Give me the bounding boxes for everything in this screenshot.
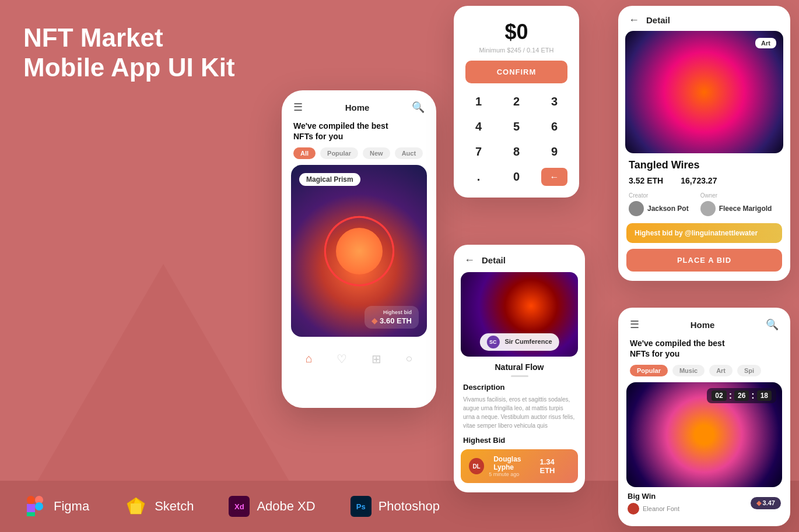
key-dot[interactable]: .: [465, 168, 492, 186]
detail-right-header: ← Detail: [618, 6, 790, 31]
key-7[interactable]: 7: [465, 143, 492, 161]
svg-point-2: [35, 502, 43, 510]
tab-auct[interactable]: Auct: [395, 147, 423, 159]
svg-rect-5: [27, 512, 35, 516]
bid-row: DL Douglas Lyphe 5 minute ago 1.34 ETH: [461, 449, 578, 483]
creator-row: Creator Jackson Pot Owner Fleece Marigol…: [618, 192, 790, 216]
key-2[interactable]: 2: [503, 93, 530, 111]
small-card-row: Big Win Eleanor Font ◆ 3.47: [618, 492, 790, 515]
bid-label: Highest bid: [372, 309, 412, 315]
phone-br-header: ☰ Home 🔍: [618, 308, 790, 336]
search-br-icon[interactable]: 🔍: [766, 318, 779, 331]
art-badge: Art: [755, 38, 776, 48]
artwork-galaxy: [625, 31, 783, 153]
creator-name: Jackson Pot: [647, 205, 689, 213]
phone-main-header: ☰ Home 🔍: [282, 90, 436, 118]
tool-adobexd: Xd Adobe XD: [229, 496, 315, 517]
tool-photoshop: Ps Photoshop: [351, 496, 440, 517]
nav-profile[interactable]: ○: [405, 352, 412, 366]
adobexd-icon: Xd: [229, 496, 250, 517]
key-backspace[interactable]: ←: [541, 168, 567, 186]
phone-main-title: Home: [345, 103, 370, 112]
phone-main-tabs: All Popular New Auct: [282, 147, 436, 165]
bid-value: ◆ 3.60 ETH: [372, 316, 412, 325]
photoshop-icon: Ps: [351, 496, 372, 517]
detail-mid-name: Natural Flow: [454, 362, 585, 372]
key-5[interactable]: 5: [503, 118, 530, 136]
eth-row: 3.52 ETH 16,723.27: [618, 176, 790, 185]
bid-time: 5 minute ago: [489, 471, 539, 477]
tab-popular[interactable]: Popular: [320, 147, 358, 159]
creator-avatar: [629, 201, 644, 216]
eth-icon: ◆: [372, 316, 377, 325]
timer-m: 26: [734, 390, 749, 401]
small-avatar: [628, 503, 639, 515]
tab-br-popular[interactable]: Popular: [630, 365, 668, 376]
tab-br-art[interactable]: Art: [709, 365, 733, 376]
tab-br-spi[interactable]: Spi: [737, 365, 761, 376]
bid-name: Douglas Lyphe: [493, 455, 539, 471]
creator-label: Creator: [629, 192, 689, 199]
desc-text: Vivamus facilisis, eros et sagittis soda…: [454, 395, 585, 430]
key-0[interactable]: 0: [503, 168, 530, 186]
tab-all[interactable]: All: [293, 147, 316, 159]
owner-label: Owner: [700, 192, 772, 199]
nav-home[interactable]: ⌂: [306, 352, 313, 366]
svg-rect-4: [27, 504, 35, 512]
timer-s: 18: [757, 390, 772, 401]
key-9[interactable]: 9: [541, 143, 567, 161]
detail-mid-title: Detail: [482, 255, 506, 265]
back-arrow-icon[interactable]: ←: [464, 254, 475, 266]
bg-decoration: [35, 264, 292, 485]
creator-item: Creator Jackson Pot: [629, 192, 689, 216]
search-icon[interactable]: 🔍: [412, 101, 425, 114]
key-6[interactable]: 6: [541, 118, 567, 136]
photoshop-label: Photoshop: [379, 499, 440, 514]
hamburger-icon[interactable]: ☰: [293, 101, 303, 114]
small-card-left: Big Win Eleanor Font: [628, 492, 679, 515]
phone-main-subtitle: We've compiled the bestNFTs for you: [282, 118, 436, 147]
sketch-label: Sketch: [155, 499, 194, 514]
phone-bottom-right: ☰ Home 🔍 We've compiled the bestNFTs for…: [618, 308, 790, 526]
key-3[interactable]: 3: [541, 93, 567, 111]
sc-avatar: SC: [486, 336, 499, 348]
bid-avatar: DL: [469, 458, 484, 474]
numpad-panel: $0 Minimum $245 / 0.14 ETH CONFIRM 1 2 3…: [454, 6, 579, 198]
small-eth-badge: ◆ 3.47: [751, 497, 781, 509]
key-4[interactable]: 4: [465, 118, 492, 136]
detail-mid-image: SC Sir Cumference: [461, 272, 578, 357]
phone-br-subtitle: We've compiled the bestNFTs for you: [618, 336, 790, 365]
highest-bid-bar: Highest bid by @linguinatnettlewater: [626, 223, 782, 243]
phone-main: ☰ Home 🔍 We've compiled the bestNFTs for…: [282, 90, 436, 408]
detail-panel-right: ← Detail Art Tangled Wires 3.52 ETH 16,7…: [618, 6, 790, 281]
phone-br-tabs: Popular Music Art Spi: [618, 365, 790, 382]
detail-right-title: Detail: [646, 15, 670, 25]
sketch-icon: [124, 495, 148, 518]
place-bid-button[interactable]: PLACE A BID: [626, 249, 782, 272]
small-creator-row: Eleanor Font: [628, 503, 679, 515]
timer-badge: 02 : 26 : 18: [707, 388, 776, 403]
nav-cart[interactable]: ⊞: [372, 352, 381, 366]
phone-br-card: 02 : 26 : 18: [626, 382, 782, 487]
figma-label: Figma: [54, 499, 89, 514]
desc-title: Description: [454, 383, 585, 392]
hamburger-br-icon[interactable]: ☰: [630, 318, 639, 331]
left-panel: NFT Market Mobile App UI Kit: [23, 23, 268, 82]
detail-mid-header: ← Detail: [454, 245, 585, 272]
nav-favorites[interactable]: ♡: [337, 352, 347, 366]
eth-diamond-icon: ◆: [756, 499, 763, 506]
card-bid: Highest bid ◆ 3.60 ETH: [365, 306, 419, 329]
numpad-grid: 1 2 3 4 5 6 7 8 9 . 0 ←: [465, 93, 567, 186]
tab-new[interactable]: New: [363, 147, 390, 159]
back-arrow-right-icon[interactable]: ←: [629, 14, 639, 26]
key-1[interactable]: 1: [465, 93, 492, 111]
detail-right-image: Art: [625, 31, 783, 153]
owner-name: Fleece Marigold: [719, 205, 772, 213]
adobexd-label: Adobe XD: [257, 499, 315, 514]
confirm-button[interactable]: CONFIRM: [465, 61, 567, 83]
svg-marker-10: [131, 503, 141, 514]
tab-br-music[interactable]: Music: [672, 365, 705, 376]
figma-icon: [23, 495, 47, 518]
phone-nav: ⌂ ♡ ⊞ ○: [282, 344, 436, 372]
key-8[interactable]: 8: [503, 143, 530, 161]
